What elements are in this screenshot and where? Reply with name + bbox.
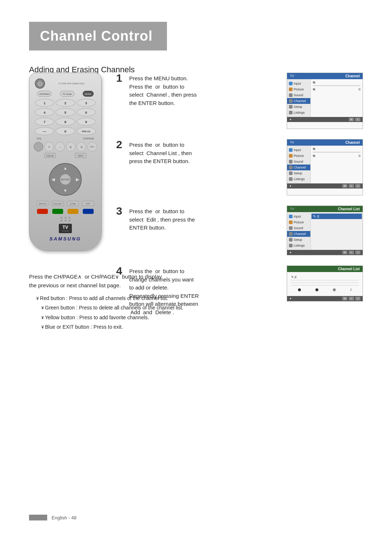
menu-input-3: Input bbox=[287, 214, 310, 219]
tv-guide-button[interactable]: TV Guide bbox=[60, 91, 74, 97]
mode-button[interactable]: MODE bbox=[83, 91, 94, 97]
num-4-button[interactable]: 4 bbox=[35, 108, 54, 116]
num-7-button[interactable]: 7 bbox=[35, 118, 54, 126]
tv-bottom-bar-3: ✦ ⊕ L □ bbox=[287, 250, 363, 255]
num-5-button[interactable]: 5 bbox=[56, 108, 75, 116]
tv-icon-3c: □ bbox=[355, 251, 360, 254]
remote-numpad: 1 2 3 4 5 6 7 8 9 — 0 PRE-CH bbox=[35, 99, 96, 135]
tv-screen-2-body: Input Picture Sound Channel Setup Listin… bbox=[287, 146, 363, 183]
menu-channel-1: Channel bbox=[287, 98, 310, 104]
remote-top-labels: TV STB VCR CABLE DVD bbox=[47, 82, 96, 85]
yellow-button[interactable] bbox=[68, 209, 78, 214]
tv-icon-3a: ⊕ bbox=[342, 251, 347, 254]
nav-pad[interactable]: ▲ ▼ ◀ ▶ ENTER bbox=[49, 163, 82, 196]
dot bbox=[65, 220, 66, 222]
tv-screen-4-header: Channel List bbox=[287, 266, 363, 272]
num-2-button[interactable]: 2 bbox=[56, 99, 75, 107]
source-button[interactable]: SRC bbox=[87, 142, 97, 151]
d-net-button[interactable]: D-Net bbox=[67, 201, 79, 206]
vol-label: VOL bbox=[37, 137, 42, 140]
fav-ch-button[interactable]: FAV.CH bbox=[37, 201, 48, 206]
antenna-button[interactable]: ANTENNA bbox=[37, 91, 52, 97]
step-2-content: 2 Press the or button to select Channel … bbox=[116, 139, 279, 166]
menu-listings-3: Listings bbox=[287, 243, 310, 248]
tv-bottom-arrow-3: ✦ bbox=[289, 251, 292, 254]
power-button[interactable] bbox=[35, 78, 45, 89]
num-9-button[interactable]: 9 bbox=[77, 118, 96, 126]
page-title: Channel Control bbox=[40, 28, 156, 44]
color-buttons bbox=[35, 209, 96, 214]
tv-content-row-1b: N0 bbox=[313, 88, 360, 91]
edit-icon: ✎ bbox=[313, 214, 316, 218]
bullet-list: Red button : Press to add all channels o… bbox=[36, 294, 363, 331]
remote-fav-row: FAV.CH CH.LIST D-Net RTT bbox=[35, 201, 96, 206]
tv-icon-3b: L bbox=[349, 251, 354, 254]
title-bar: Channel Control bbox=[29, 22, 167, 50]
vol-ch-labels: VOL CH/PAGE bbox=[33, 137, 98, 140]
internet-button[interactable]: Internet bbox=[44, 153, 56, 158]
blue-button[interactable] bbox=[83, 209, 94, 214]
tv-icon-1a: ⊕ bbox=[349, 118, 354, 121]
tv-bottom-icons-3: ⊕ L □ bbox=[342, 251, 360, 254]
pre-ch-button[interactable]: PRE-CH bbox=[77, 127, 96, 135]
num-6-button[interactable]: 6 bbox=[77, 108, 96, 116]
vol-down-button[interactable]: - bbox=[55, 142, 65, 151]
tv-menu-sidebar-1: Input Picture Sound Channel Setup Listin… bbox=[287, 79, 311, 117]
enter-button[interactable]: ENTER bbox=[60, 174, 71, 185]
num-1-button[interactable]: 1 bbox=[35, 99, 54, 107]
menu-input-2: Input bbox=[287, 147, 310, 153]
remote-body: TV STB VCR CABLE DVD ANTENNA TV Guide MO… bbox=[29, 73, 102, 251]
dot bbox=[65, 217, 66, 219]
dot bbox=[61, 217, 62, 219]
page-header: Channel Control Adding and Erasing Chann… bbox=[29, 22, 363, 74]
nav-left-icon: ◀ bbox=[52, 177, 55, 182]
menu-sound-3: Sound bbox=[287, 225, 310, 231]
bullet-2: Green button : Press to delete all chann… bbox=[41, 304, 363, 312]
tv-content-row-2b: N0 bbox=[313, 154, 360, 158]
notes-section: Press the CH/PAGE∧ or CH/PAGE∨ button to… bbox=[29, 272, 363, 333]
tv-content-1: N N0 bbox=[311, 79, 363, 117]
edit-label: E bbox=[317, 215, 319, 218]
tv-content-3: ✎ E bbox=[311, 212, 363, 250]
info-button[interactable]: INFO bbox=[75, 153, 86, 158]
tv-guide-logo: TVGUIDE bbox=[33, 224, 98, 233]
bullet-3: Yellow button : Press to add favorite ch… bbox=[41, 313, 363, 321]
red-button[interactable] bbox=[37, 209, 48, 214]
tv-menu-sidebar-2: Input Picture Sound Channel Setup Listin… bbox=[287, 146, 311, 183]
mute-button[interactable] bbox=[34, 142, 43, 151]
tv-icon-2c: □ bbox=[355, 184, 360, 188]
step-3-content: 3 Press the or button to select Edit , t… bbox=[116, 206, 279, 232]
menu-setup-2: Setup bbox=[287, 170, 310, 176]
tv-menu-sidebar-3: Input Picture Sound Channel Setup Listin… bbox=[287, 212, 311, 250]
menu-sound-2: Sound bbox=[287, 159, 310, 165]
vol-up-button[interactable]: + bbox=[44, 142, 54, 151]
menu-channel-3: Channel bbox=[287, 231, 310, 237]
tv-bottom-bar-2: ✦ ⊕ L □ bbox=[287, 183, 363, 189]
tv-screen-2-header: TV Channel bbox=[287, 139, 363, 146]
step-3-text: Press the or button to select Edit , the… bbox=[129, 206, 279, 232]
ch-down-button[interactable]: ∨ bbox=[77, 142, 86, 151]
rtt-button[interactable]: RTT bbox=[82, 201, 94, 206]
num-8-button[interactable]: 8 bbox=[56, 118, 75, 126]
samsung-logo: SAMSUNG bbox=[33, 236, 98, 242]
menu-listings-2: Listings bbox=[287, 176, 310, 182]
ch-up-button[interactable]: ∧ bbox=[66, 142, 75, 151]
chpage-label: CH/PAGE bbox=[83, 137, 94, 140]
remote-top-row: TV STB VCR CABLE DVD bbox=[33, 78, 98, 89]
tv-bottom-icons-1: ⊕ L bbox=[349, 118, 360, 121]
tv-content-2: N N0 bbox=[311, 146, 363, 183]
green-button[interactable] bbox=[52, 209, 63, 214]
nav-up-icon: ▲ bbox=[63, 166, 68, 171]
step-1-number: 1 bbox=[116, 72, 126, 84]
num-0-button[interactable]: 0 bbox=[56, 127, 75, 135]
tv-icon-2a: ⊕ bbox=[342, 184, 347, 188]
num-dash-button[interactable]: — bbox=[35, 127, 54, 135]
num-3-button[interactable]: 3 bbox=[77, 99, 96, 107]
footer-text: English - 48 bbox=[52, 515, 77, 520]
ch-list-button[interactable]: CH.LIST bbox=[52, 201, 64, 206]
bullet-4: Blue or EXIT button : Press to exit. bbox=[41, 323, 363, 331]
menu-picture-2: Picture bbox=[287, 153, 310, 159]
tv-content-row-2a: N bbox=[313, 147, 360, 151]
menu-setup-1: Setup bbox=[287, 104, 310, 110]
remote-antenna-row: ANTENNA TV Guide MODE bbox=[33, 91, 98, 97]
